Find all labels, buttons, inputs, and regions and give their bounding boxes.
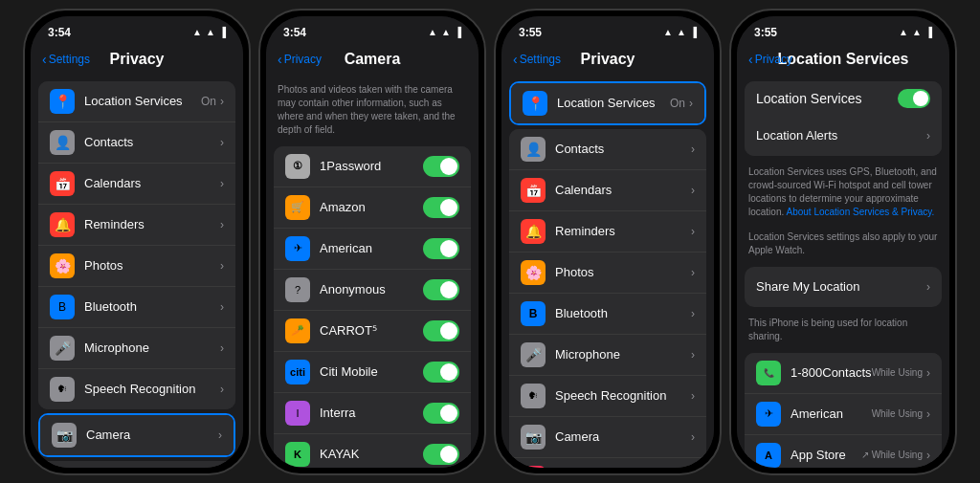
- time-1: 3:54: [48, 26, 71, 39]
- back-button-1[interactable]: ‹ Settings: [42, 52, 90, 67]
- list-item[interactable]: 🥕 CARROT⁵: [274, 311, 471, 352]
- list-item[interactable]: 📅 Calendars ›: [509, 170, 706, 211]
- location-label: Location Services: [557, 96, 670, 110]
- list-item[interactable]: 🌸 Photos ›: [509, 252, 706, 294]
- location-alerts-item[interactable]: Location Alerts ›: [745, 116, 942, 156]
- chevron-icon: ›: [691, 266, 695, 279]
- toggle-kayak[interactable]: [423, 444, 459, 465]
- toggle-carrot[interactable]: [423, 320, 459, 341]
- list-item[interactable]: 👤 Contacts ›: [38, 122, 235, 164]
- list-item[interactable]: 🔔 Reminders ›: [509, 211, 706, 252]
- list-item[interactable]: ❤️ Health ›: [509, 458, 706, 468]
- list-item[interactable]: 🌸 Photos ›: [38, 246, 235, 287]
- status-icons-2: ▲ ▲ ▐: [428, 27, 461, 37]
- back-button-2[interactable]: ‹ Privacy: [278, 52, 322, 67]
- app-label: Interra: [320, 406, 423, 420]
- location-services-row[interactable]: Location Services: [745, 81, 942, 116]
- highlighted-camera-row[interactable]: 📷 Camera ›: [38, 413, 235, 457]
- photos-icon: 🌸: [50, 253, 75, 278]
- list-item[interactable]: ❤️ Health ›: [38, 461, 235, 468]
- toggle-american[interactable]: [423, 238, 459, 259]
- contacts-icon: 👤: [50, 130, 75, 155]
- about-link[interactable]: About Location Services & Privacy.: [786, 207, 934, 217]
- battery-icon: ▐: [925, 27, 932, 37]
- list-item[interactable]: 🎤 Microphone ›: [38, 328, 235, 369]
- battery-icon: ▐: [455, 27, 461, 37]
- app-icon: ?: [285, 277, 310, 302]
- toggle-amazon[interactable]: [423, 197, 459, 218]
- back-button-3[interactable]: ‹ Settings: [513, 52, 561, 67]
- app-label: 1-800Contacts: [791, 365, 872, 380]
- list-item[interactable]: 🗣 Speech Recognition ›: [38, 369, 235, 409]
- toggle-interra[interactable]: [423, 403, 459, 424]
- back-arrow-4: ‹: [748, 52, 753, 67]
- status-icons-4: ▲ ▲ ▐: [899, 27, 932, 37]
- list-item[interactable]: 👤 Contacts ›: [509, 129, 706, 170]
- list-item[interactable]: B Bluetooth ›: [38, 287, 235, 328]
- apple-watch-desc: Location Services settings also apply to…: [737, 225, 949, 263]
- status-icons-1: ▲ ▲ ▐: [192, 27, 226, 37]
- list-item[interactable]: 🗣 Speech Recognition ›: [509, 376, 706, 417]
- app-label: Anonymous: [320, 282, 423, 296]
- share-location-item[interactable]: Share My Location ›: [745, 267, 942, 307]
- location-services-toggle[interactable]: [898, 89, 930, 108]
- chevron-icon: ›: [220, 383, 224, 396]
- list-item[interactable]: 📞 1-800Contacts While Using ›: [745, 353, 942, 394]
- chevron-icon: ›: [926, 129, 930, 143]
- reminders-icon: 🔔: [521, 219, 546, 244]
- chevron-icon: ›: [220, 95, 224, 108]
- status-icons-3: ▲ ▲ ▐: [663, 27, 697, 37]
- list-item[interactable]: 🎤 Microphone ›: [509, 335, 706, 376]
- reminders-label: Reminders: [555, 224, 691, 238]
- phones-container: 3:54 ▲ ▲ ▐ ‹ Settings Privacy 📍: [15, 1, 965, 483]
- list-item[interactable]: I Interra: [274, 393, 471, 434]
- phone-1: 3:54 ▲ ▲ ▐ ‹ Settings Privacy 📍: [23, 9, 251, 475]
- list-item[interactable]: ✈ American: [274, 229, 471, 270]
- list-item[interactable]: citi Citi Mobile: [274, 352, 471, 393]
- location-item[interactable]: 📍 Location Services On ›: [511, 83, 704, 123]
- app-icon: 🛒: [285, 195, 310, 220]
- list-item[interactable]: ? Anonymous: [274, 270, 471, 311]
- app-icon: citi: [285, 360, 310, 384]
- list-item[interactable]: 📷 Camera ›: [509, 417, 706, 458]
- signal-icon: ▲: [192, 27, 202, 37]
- camera-label: Camera: [86, 428, 218, 442]
- chevron-icon: ›: [691, 430, 695, 444]
- list-item[interactable]: ① 1Password: [274, 146, 471, 187]
- camera-label: Camera: [555, 429, 691, 444]
- back-label-2[interactable]: Privacy: [284, 53, 322, 66]
- list-item[interactable]: 🔔 Reminders ›: [38, 205, 235, 246]
- list-item[interactable]: ✈ American While Using ›: [745, 394, 942, 435]
- app-icon: 🥕: [285, 318, 310, 343]
- chevron-icon: ›: [691, 184, 695, 197]
- location-value: On: [201, 95, 216, 108]
- toggle-anonymous[interactable]: [423, 279, 459, 300]
- share-desc: This iPhone is being used for location s…: [737, 311, 949, 349]
- signal-icon: ▲: [428, 27, 437, 37]
- back-button-4[interactable]: ‹ Privacy: [748, 52, 792, 67]
- contacts-icon: 👤: [521, 137, 546, 162]
- list-item[interactable]: 📍 Location Services On ›: [38, 81, 235, 122]
- list-item[interactable]: 🛒 Amazon: [274, 187, 471, 229]
- back-label-3[interactable]: Settings: [520, 53, 561, 66]
- back-label-4[interactable]: Privacy: [755, 53, 792, 66]
- content-1: 📍 Location Services On › 👤 Contacts › 📅 …: [31, 77, 243, 468]
- chevron-icon: ›: [220, 259, 224, 273]
- highlighted-location-row[interactable]: 📍 Location Services On ›: [509, 81, 706, 125]
- list-item[interactable]: B Bluetooth ›: [509, 294, 706, 335]
- list-item[interactable]: A App Store ↗ While Using ›: [745, 435, 942, 468]
- toggle-citi[interactable]: [423, 362, 459, 383]
- speech-icon: 🗣: [521, 384, 546, 408]
- camera-item[interactable]: 📷 Camera ›: [40, 415, 234, 455]
- bluetooth-label: Bluetooth: [84, 299, 220, 314]
- status-bar-3: 3:55 ▲ ▲ ▐: [501, 16, 714, 43]
- toggle-1password[interactable]: [423, 156, 459, 177]
- back-label-1[interactable]: Settings: [49, 53, 90, 66]
- signal-icon: ▲: [899, 27, 908, 37]
- back-arrow-3: ‹: [513, 52, 518, 67]
- list-item[interactable]: 📅 Calendars ›: [38, 164, 235, 205]
- wifi-icon: ▲: [206, 27, 215, 37]
- list-item[interactable]: K KAYAK: [274, 434, 471, 468]
- chevron-icon: ›: [691, 389, 695, 403]
- chevron-icon: ›: [691, 143, 695, 156]
